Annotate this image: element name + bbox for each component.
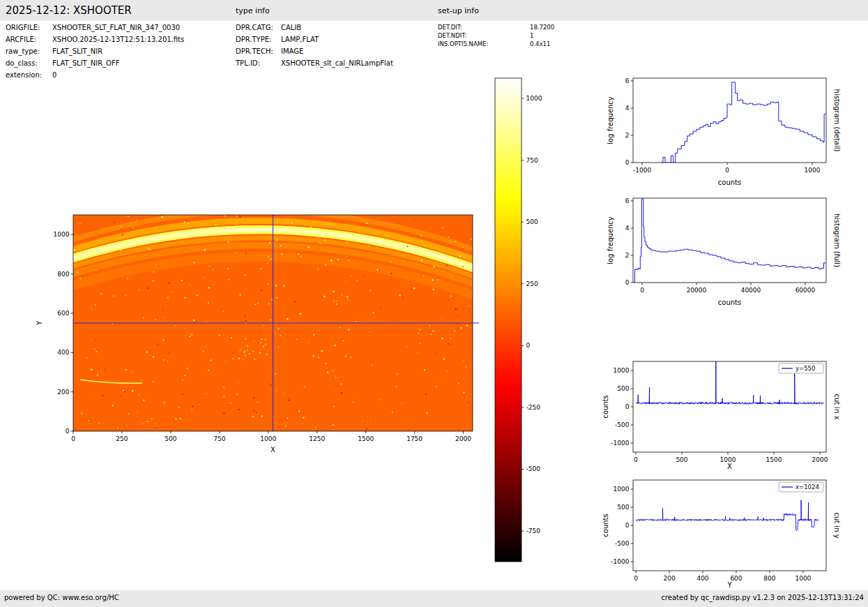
legend-label: x=1024 [795,484,819,490]
tick-label: 800 [57,271,69,278]
tick-label: 1000 [54,231,70,238]
tick-label: 400 [57,349,69,356]
tick-label: -250 [526,404,541,411]
tick-label: 20000 [687,287,707,294]
info-row-det-dit: DET.DIT: 18.7200 [438,24,554,32]
page-title: 2025-12-12: XSHOOTER [6,4,132,17]
colorbar-gradient [495,78,521,562]
cut-x-xlabel: X [727,463,732,470]
tick-label: 2000 [455,435,471,442]
info-row-ins-opti5: INS.OPTI5.NAME: 0.4x11 [438,40,554,49]
setup-info-block: DET.DIT: 18.7200 DET.NDIT: 1 INS.OPTI5.N… [438,24,554,49]
type-info-heading: type info [236,6,270,15]
series-line [636,352,824,404]
tick-label: 0 [725,167,729,174]
info-value: CALIB [281,24,301,31]
detector-image-svg: 0250500750100012501500175020000200400600… [28,201,488,463]
tick-label: 1000 [795,575,811,582]
cut-in-x-plot: 0500100015002000-1000-50005001000Xcounts… [589,352,868,471]
tick-label: 200 [663,575,675,582]
info-row-dpr-tech: DPR.TECH: IMAGE [236,47,393,59]
tick-label: 1500 [766,456,782,463]
info-label: DPR.TYPE: [236,36,281,43]
tick-label: 2000 [812,456,828,463]
info-value: 18.7200 [530,24,554,31]
tick-label: 0 [625,279,630,286]
info-row-rawtype: raw_type: FLAT_SLIT_NIR [6,47,184,59]
cut-x-ylabel: counts [602,395,609,418]
setup-info-heading: set-up info [438,6,479,15]
info-label: DET.NDIT: [438,32,530,39]
tick-label: 500 [617,385,629,392]
tick-label: 0 [625,403,630,410]
tick-label: 250 [526,280,538,287]
tick-label: -500 [615,540,630,547]
tick-label: -500 [615,421,630,428]
tick-label: 4 [625,105,630,112]
tick-label: 0 [66,428,70,435]
tick-label: 500 [165,435,176,442]
tick-label: 0 [526,342,531,349]
colorbar: 10007505002500-250-500-750 [488,70,552,569]
axes-frame [633,361,826,452]
main-image-plot: 0250500750100012501500175020000200400600… [28,201,488,463]
tick-label: 600 [730,575,742,582]
info-value: XSHOO.2025-12-13T12:51:13.201.fits [52,36,184,43]
info-value: XSHOOTER_SLT_FLAT_NIR_347_0030 [52,24,180,31]
tick-label: 1000 [720,456,736,463]
image-xlabel: X [271,446,275,454]
info-label: DPR.CATG: [236,24,281,31]
info-label: DET.DIT: [438,24,530,31]
tick-label: 0 [634,456,638,463]
info-value: IMAGE [281,47,303,55]
hist-full-xlabel: counts [718,299,741,306]
tick-label: -500 [526,465,541,472]
footer-left-text: powered by QC: www.eso.org/HC [4,594,119,601]
info-row-extension: extension: 0 [6,71,184,83]
footer-right-text: created by qc_rawdisp.py v1.2.3 on 2025-… [661,594,864,601]
cut-y-ylabel: counts [602,514,609,537]
tick-label: 750 [526,157,538,164]
info-label: raw_type: [6,47,52,55]
info-label: do_class: [6,59,52,67]
cut-y-svg: 02004006008001000-1000-50005001000Ycount… [589,471,868,590]
tick-label: 500 [617,504,629,511]
tick-label: 0 [71,435,75,442]
hist-full-svg: 02000040000600000246countslog frequencyh… [589,190,868,317]
series-line [636,500,818,531]
tick-label: 4 [625,225,630,232]
image-ylabel: Y [36,320,43,326]
info-value: LAMP,FLAT [281,36,319,43]
tick-label: 750 [213,435,225,442]
hist-detail-svg: -1000010000246countslog frequencyhistogr… [589,70,868,197]
tick-label: 0 [625,159,630,166]
hist-detail-ylabel: log frequency [607,96,614,144]
tick-label: 1250 [309,435,325,442]
tick-label: 2 [625,132,630,139]
tick-label: 500 [676,456,687,463]
file-info-block: ORIGFILE: XSHOOTER_SLT_FLAT_NIR_347_0030… [6,24,184,83]
info-row-det-ndit: DET.NDIT: 1 [438,32,554,40]
info-label: INS.OPTI5.NAME: [438,40,530,47]
tick-label: 1000 [260,435,276,442]
hist-full-side-label: histogram (full) [833,213,841,267]
info-row-arcfile: ARCFILE: XSHOO.2025-12-13T12:51:13.201.f… [6,36,184,47]
axes-frame [633,78,826,163]
info-row-doclass: do_class: FLAT_SLIT_NIR_OFF [6,59,184,71]
tick-label: 600 [57,310,69,317]
cut-x-svg: 0500100015002000-1000-50005001000Xcounts… [589,352,868,471]
series-line [634,199,825,283]
axes-frame [633,480,826,571]
info-row-origfile: ORIGFILE: XSHOOTER_SLT_FLAT_NIR_347_0030 [6,24,184,36]
tick-label: 800 [763,575,775,582]
tick-label: 1000 [614,367,630,374]
cut-y-side-label: cut in y [833,512,841,538]
tick-label: 60000 [795,287,816,294]
tick-label: 2 [625,252,630,259]
tick-label: 1500 [358,435,374,442]
info-row-dpr-type: DPR.TYPE: LAMP,FLAT [236,36,393,47]
tick-label: 0 [634,575,638,582]
colorbar-svg: 10007505002500-250-500-750 [488,70,552,569]
info-label: ARCFILE: [6,36,52,43]
axes-frame [633,198,826,283]
